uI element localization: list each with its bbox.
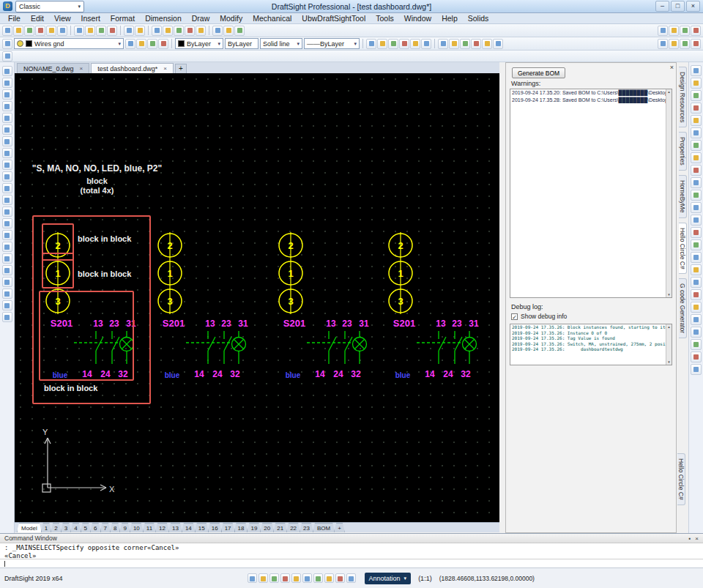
materials-icon[interactable] bbox=[691, 165, 702, 176]
units-icon[interactable] bbox=[324, 573, 334, 583]
palette-tab[interactable]: Hello Circle C# bbox=[679, 223, 687, 275]
palette-tab-bottom[interactable]: Hello Circle C# bbox=[677, 453, 685, 505]
palette-tab[interactable]: HomeByMe bbox=[679, 175, 687, 217]
scroll-up-icon[interactable]: ▲ bbox=[667, 90, 670, 94]
toolbox-icon[interactable] bbox=[691, 227, 702, 238]
document-tab-active[interactable]: test dashboard.dwg* × bbox=[91, 63, 174, 73]
grid-settings-icon[interactable] bbox=[680, 39, 690, 49]
images-icon[interactable] bbox=[691, 314, 702, 325]
sheet-tab[interactable]: 17 bbox=[221, 523, 235, 532]
sheet-tab[interactable]: 23 bbox=[300, 523, 313, 532]
structure-icon[interactable] bbox=[691, 277, 702, 288]
print-icon[interactable] bbox=[35, 26, 45, 36]
area-icon[interactable] bbox=[2, 277, 12, 287]
library-icon[interactable] bbox=[680, 26, 690, 36]
palette-tab[interactable]: Design Resources bbox=[679, 67, 687, 127]
sheet-tab[interactable]: 1 bbox=[41, 523, 51, 532]
sheet-tab[interactable]: 20 bbox=[260, 523, 274, 532]
toolbox-icon[interactable] bbox=[669, 26, 679, 36]
sheet-tab[interactable]: 19 bbox=[247, 523, 261, 532]
scale-icon[interactable] bbox=[460, 39, 470, 49]
zoom-window-icon[interactable] bbox=[174, 26, 184, 36]
import-icon[interactable] bbox=[691, 339, 702, 350]
sheet-tab[interactable]: 7 bbox=[100, 523, 111, 532]
block-palette-icon[interactable] bbox=[691, 90, 702, 101]
motion-icon[interactable] bbox=[691, 215, 702, 226]
zoom-dynamic-icon[interactable] bbox=[163, 26, 173, 36]
simple-note-icon[interactable] bbox=[2, 242, 12, 252]
model-space-icon[interactable] bbox=[335, 573, 345, 583]
options-icon[interactable] bbox=[223, 26, 234, 36]
paste-icon[interactable] bbox=[96, 26, 106, 36]
hatch-icon[interactable] bbox=[2, 195, 12, 205]
sheet-tab[interactable]: 4 bbox=[70, 523, 81, 532]
generate-bom-button[interactable]: Generate BOM bbox=[512, 67, 565, 78]
sheets-icon[interactable] bbox=[691, 115, 702, 126]
menu-item[interactable]: Draw bbox=[187, 13, 215, 23]
menu-item[interactable]: Dimension bbox=[140, 13, 187, 23]
ortho-icon[interactable] bbox=[269, 573, 279, 583]
circuit-block-instance[interactable]: 2 1 3 S201 13 23 31 14 24 bbox=[383, 227, 486, 384]
circuit-block-instance[interactable]: 2 1 3 S201 13 23 31 14 24 bbox=[152, 227, 255, 384]
mechanical-icon[interactable] bbox=[658, 26, 668, 36]
offset-icon[interactable] bbox=[421, 39, 431, 49]
copy-icon[interactable] bbox=[85, 26, 95, 36]
menu-item[interactable]: Help bbox=[436, 13, 463, 23]
format-painter-icon[interactable] bbox=[107, 26, 117, 36]
redo-icon[interactable] bbox=[135, 26, 145, 36]
settings-icon[interactable] bbox=[691, 351, 702, 362]
home-icon[interactable] bbox=[691, 65, 702, 76]
stretch-icon[interactable] bbox=[471, 39, 481, 49]
line-weight-combo[interactable]: ——ByLayer ▾ bbox=[304, 38, 360, 49]
menu-item[interactable]: Insert bbox=[76, 13, 105, 23]
render-icon[interactable] bbox=[691, 152, 702, 163]
pan-icon[interactable] bbox=[152, 26, 162, 36]
info-icon[interactable] bbox=[691, 364, 702, 375]
smart-dimension-icon[interactable] bbox=[2, 51, 12, 62]
line-icon[interactable] bbox=[2, 78, 12, 88]
sheet-tab[interactable]: 8 bbox=[110, 523, 120, 532]
command-window-header[interactable]: Command Window ▪ × bbox=[0, 534, 703, 543]
workspace-selector[interactable]: Classic ▾ bbox=[15, 1, 84, 12]
sheet-tab[interactable]: 18 bbox=[234, 523, 248, 532]
walk-icon[interactable] bbox=[691, 190, 702, 201]
scroll-down-icon[interactable]: ▼ bbox=[667, 360, 670, 364]
snap-icon[interactable] bbox=[248, 573, 257, 583]
views-icon[interactable] bbox=[691, 127, 702, 138]
region-icon[interactable] bbox=[2, 206, 12, 217]
layer-combo[interactable]: Wires gnd ▾ bbox=[14, 38, 124, 49]
sheet-tab[interactable]: 3 bbox=[61, 523, 71, 532]
help-icon[interactable] bbox=[234, 26, 245, 36]
circuit-block-instance[interactable]: 2 1 3 S201 13 23 31 14 24 bbox=[273, 227, 376, 384]
sheet-tab[interactable]: 14 bbox=[182, 523, 196, 532]
add-sheet-button[interactable]: + bbox=[334, 523, 345, 532]
sheet-tab[interactable]: 12 bbox=[155, 523, 169, 532]
new-tab-button[interactable]: + bbox=[175, 64, 187, 73]
sheet-tab[interactable]: 21 bbox=[273, 523, 287, 532]
note-icon[interactable] bbox=[2, 230, 12, 240]
make-block-icon[interactable] bbox=[2, 265, 12, 275]
ortho-icon[interactable] bbox=[658, 39, 668, 49]
open-icon[interactable] bbox=[13, 26, 23, 36]
polar-icon[interactable] bbox=[280, 573, 290, 583]
minimize-button[interactable]: – bbox=[655, 1, 669, 12]
lights-icon[interactable] bbox=[691, 140, 702, 151]
piping-icon[interactable] bbox=[691, 264, 702, 275]
cut-icon[interactable] bbox=[74, 26, 84, 36]
trim-icon[interactable] bbox=[482, 39, 492, 49]
refresh-icon[interactable] bbox=[196, 26, 206, 36]
scrollbar[interactable]: ▲▼ bbox=[666, 324, 672, 365]
annotation-monitor-icon[interactable] bbox=[346, 573, 356, 583]
warnings-list[interactable]: ▲▼ 2019-09-24 17.35.20: Saved BOM to C:\… bbox=[510, 89, 672, 298]
scroll-up-icon[interactable]: ▲ bbox=[667, 325, 670, 329]
sheet-tab[interactable]: 16 bbox=[208, 523, 222, 532]
line-style-combo[interactable]: ByLayer bbox=[225, 38, 258, 49]
undo-icon[interactable] bbox=[124, 26, 134, 36]
panel-close-icon[interactable]: × bbox=[670, 64, 674, 71]
show-debug-checkbox[interactable]: ✓ bbox=[511, 313, 518, 320]
snap-settings-icon[interactable] bbox=[669, 39, 679, 49]
sheet-tab-model[interactable]: Model bbox=[17, 523, 42, 532]
layer-states-icon[interactable] bbox=[136, 39, 146, 49]
entity-snap-icon[interactable] bbox=[691, 39, 701, 49]
sheet-tab[interactable]: 11 bbox=[143, 523, 156, 532]
